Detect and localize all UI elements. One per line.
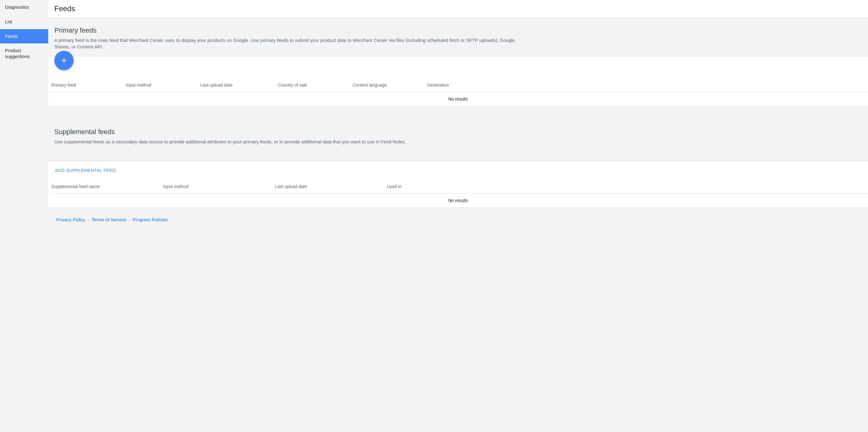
col-last-upload-date: Last upload date: [200, 82, 278, 88]
footer-link-privacy-policy[interactable]: Privacy Policy: [56, 217, 85, 222]
primary-feeds-no-results: No results: [48, 92, 868, 106]
page-header: Feeds: [48, 0, 868, 18]
primary-feeds-card: + Primary feed Input method Last upload …: [48, 56, 868, 106]
primary-feeds-description: A primary feed is the main feed that Mer…: [54, 37, 520, 50]
primary-feeds-section: Primary feeds A primary feed is the main…: [48, 18, 868, 106]
col-input-method: Input method: [126, 82, 200, 88]
footer-separator: ·: [129, 217, 130, 222]
col-primary-feed: Primary feed: [51, 82, 126, 88]
col-destination: Destination: [427, 82, 865, 88]
plus-icon: +: [61, 55, 67, 66]
add-supplemental-feed-button[interactable]: ADD SUPPLEMENTAL FEED: [55, 168, 116, 173]
col-country-of-sale: Country of sale: [278, 82, 352, 88]
sidebar-item-product-suggestions[interactable]: Product suggestions: [0, 43, 48, 64]
page-title: Feeds: [54, 4, 862, 13]
supplemental-feeds-no-results: No results: [48, 194, 868, 207]
sidebar: Diagnostics List Feeds Product suggestio…: [0, 0, 48, 432]
supplemental-feeds-table-header: Supplemental feed name Input method Last…: [48, 180, 868, 194]
add-primary-feed-button[interactable]: +: [54, 51, 74, 70]
footer: Privacy Policy · Terms of Service · Prog…: [48, 208, 868, 232]
footer-separator: ·: [88, 217, 89, 222]
supplemental-feeds-card: ADD SUPPLEMENTAL FEED Supplemental feed …: [48, 161, 868, 208]
supplemental-feeds-section: Supplemental feeds Use supplemental feed…: [48, 125, 868, 208]
col-used-in: Used in: [387, 184, 865, 189]
col-supp-last-upload-date: Last upload date: [275, 184, 387, 189]
primary-feeds-table-header: Primary feed Input method Last upload da…: [48, 78, 868, 92]
col-supplemental-feed-name: Supplemental feed name: [51, 184, 163, 189]
footer-link-terms-of-service[interactable]: Terms of Service: [92, 217, 126, 222]
supplemental-feeds-description: Use supplemental feeds as a secondary da…: [54, 138, 520, 145]
sidebar-item-diagnostics[interactable]: Diagnostics: [0, 0, 48, 14]
main-content: Feeds Primary feeds A primary feed is th…: [48, 0, 868, 432]
col-content-language: Content language: [352, 82, 427, 88]
primary-feeds-title: Primary feeds: [54, 26, 862, 34]
col-supp-input-method: Input method: [163, 184, 275, 189]
supplemental-feeds-title: Supplemental feeds: [54, 128, 862, 136]
sidebar-item-feeds[interactable]: Feeds: [0, 29, 48, 44]
sidebar-item-list[interactable]: List: [0, 14, 48, 29]
footer-link-program-policies[interactable]: Program Policies: [133, 217, 168, 222]
